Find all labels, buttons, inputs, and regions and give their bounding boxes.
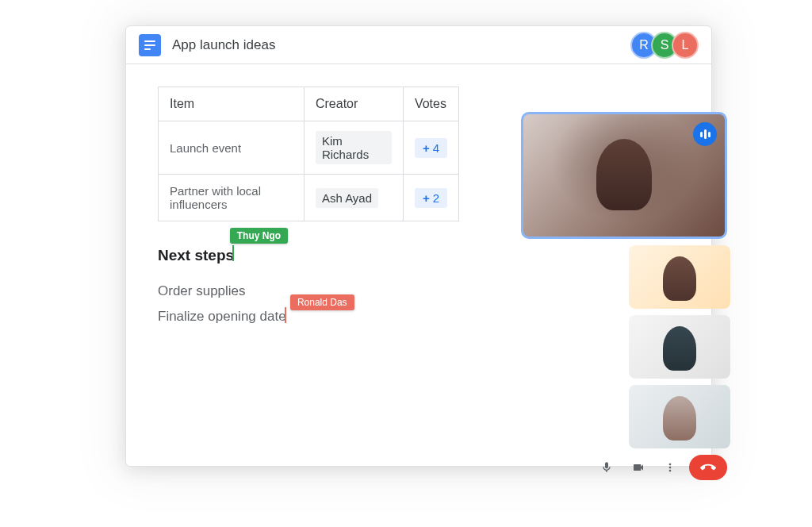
plus-icon: + — [423, 141, 430, 155]
collaborator-cursor-tag: Thuy Ngo — [230, 228, 288, 244]
vote-pill[interactable]: +2 — [415, 188, 447, 208]
cell-item[interactable]: Launch event — [159, 121, 304, 175]
avatar-l[interactable]: L — [672, 32, 699, 59]
meet-panel — [575, 112, 730, 480]
creator-pill[interactable]: Ash Ayad — [316, 188, 378, 208]
titlebar: App launch ideas R S L — [126, 26, 711, 64]
document-title[interactable]: App launch ideas — [172, 37, 275, 53]
collaborator-cursor-tag: Ronald Das — [290, 294, 354, 310]
mic-button[interactable] — [594, 455, 619, 480]
cursor-indicator — [232, 245, 234, 261]
meet-participant-tile[interactable] — [629, 385, 730, 448]
meet-participant-tile[interactable] — [629, 245, 730, 309]
docs-icon[interactable] — [139, 34, 161, 56]
list-item[interactable]: Finalize opening date Ronald Das — [158, 309, 286, 325]
list-item[interactable]: Order supplies — [158, 283, 246, 299]
col-votes: Votes — [403, 87, 458, 121]
more-options-button[interactable] — [657, 455, 683, 480]
camera-button[interactable] — [626, 455, 651, 480]
creator-pill[interactable]: Kim Richards — [316, 131, 392, 164]
ideas-table: Item Creator Votes Launch event Kim Rich… — [158, 87, 459, 221]
app-window: App launch ideas R S L Item Creator Vote… — [125, 25, 712, 467]
speaking-indicator-icon — [693, 122, 717, 146]
cursor-indicator — [285, 307, 286, 323]
table-row: Launch event Kim Richards +4 — [159, 121, 459, 175]
table-row: Partner with local influencers Ash Ayad … — [159, 175, 459, 221]
meet-participant-tile[interactable] — [629, 315, 730, 379]
plus-icon: + — [423, 191, 430, 205]
document-body[interactable]: Item Creator Votes Launch event Kim Rich… — [126, 64, 711, 347]
meet-controls — [575, 455, 730, 480]
vote-pill[interactable]: +4 — [415, 138, 447, 158]
col-item: Item — [159, 87, 304, 121]
hangup-button[interactable] — [689, 455, 727, 480]
col-creator: Creator — [304, 87, 403, 121]
collaborator-avatars: R S L — [630, 32, 699, 59]
meet-active-speaker[interactable] — [521, 112, 727, 239]
cell-item[interactable]: Partner with local influencers — [159, 175, 304, 221]
next-steps-heading[interactable]: Next steps Thuy Ngo — [158, 247, 234, 264]
